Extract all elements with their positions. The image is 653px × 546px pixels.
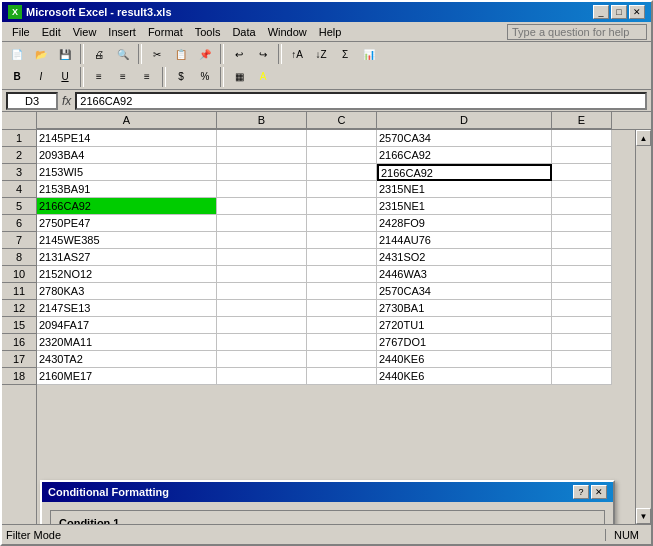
- borders-button[interactable]: ▦: [228, 67, 250, 87]
- save-button[interactable]: 💾: [54, 44, 76, 64]
- currency-button[interactable]: $: [170, 67, 192, 87]
- cell-e3[interactable]: [552, 164, 612, 181]
- fill-color-button[interactable]: A: [252, 67, 274, 87]
- minimize-button[interactable]: _: [593, 5, 609, 19]
- cell-d18[interactable]: 2440KE6: [377, 368, 552, 385]
- cell-e16[interactable]: [552, 334, 612, 351]
- row-num-15[interactable]: 15: [2, 317, 36, 334]
- cell-reference-input[interactable]: [6, 92, 58, 110]
- cell-e11[interactable]: [552, 283, 612, 300]
- cell-b8[interactable]: [217, 249, 307, 266]
- row-num-1[interactable]: 1: [2, 130, 36, 147]
- cell-e18[interactable]: [552, 368, 612, 385]
- row-num-16[interactable]: 16: [2, 334, 36, 351]
- menu-file[interactable]: File: [6, 24, 36, 40]
- redo-button[interactable]: ↪: [252, 44, 274, 64]
- chart-button[interactable]: 📊: [358, 44, 380, 64]
- cell-a2[interactable]: 2093BA4: [37, 147, 217, 164]
- cell-d1[interactable]: 2570CA34: [377, 130, 552, 147]
- align-center-button[interactable]: ≡: [112, 67, 134, 87]
- dialog-help-title-button[interactable]: ?: [573, 485, 589, 499]
- cell-a18[interactable]: 2160ME17: [37, 368, 217, 385]
- cell-d15[interactable]: 2720TU1: [377, 317, 552, 334]
- formula-input[interactable]: [75, 92, 647, 110]
- bold-button[interactable]: B: [6, 67, 28, 87]
- dialog-close-button[interactable]: ✕: [591, 485, 607, 499]
- cell-b12[interactable]: [217, 300, 307, 317]
- cell-a12[interactable]: 2147SE13: [37, 300, 217, 317]
- undo-button[interactable]: ↩: [228, 44, 250, 64]
- menu-format[interactable]: Format: [142, 24, 189, 40]
- row-num-3[interactable]: 3: [2, 164, 36, 181]
- cell-d12[interactable]: 2730BA1: [377, 300, 552, 317]
- cut-button[interactable]: ✂: [146, 44, 168, 64]
- cell-b5[interactable]: [217, 198, 307, 215]
- cell-c10[interactable]: [307, 266, 377, 283]
- cell-c1[interactable]: [307, 130, 377, 147]
- cell-b6[interactable]: [217, 215, 307, 232]
- row-num-6[interactable]: 6: [2, 215, 36, 232]
- cell-e5[interactable]: [552, 198, 612, 215]
- cell-e6[interactable]: [552, 215, 612, 232]
- cell-b18[interactable]: [217, 368, 307, 385]
- cell-d8[interactable]: 2431SO2: [377, 249, 552, 266]
- close-button[interactable]: ✕: [629, 5, 645, 19]
- cell-d10[interactable]: 2446WA3: [377, 266, 552, 283]
- cell-e7[interactable]: [552, 232, 612, 249]
- cell-b11[interactable]: [217, 283, 307, 300]
- print-button[interactable]: 🖨: [88, 44, 110, 64]
- cell-a6[interactable]: 2750PE47: [37, 215, 217, 232]
- row-num-5[interactable]: 5: [2, 198, 36, 215]
- cell-d7[interactable]: 2144AU76: [377, 232, 552, 249]
- cell-e2[interactable]: [552, 147, 612, 164]
- cell-b7[interactable]: [217, 232, 307, 249]
- row-num-12[interactable]: 12: [2, 300, 36, 317]
- cell-a5[interactable]: 2166CA92: [37, 198, 217, 215]
- scroll-down-button[interactable]: ▼: [636, 508, 651, 524]
- cell-c8[interactable]: [307, 249, 377, 266]
- menu-window[interactable]: Window: [262, 24, 313, 40]
- sort-asc-button[interactable]: ↑A: [286, 44, 308, 64]
- maximize-button[interactable]: □: [611, 5, 627, 19]
- help-search-input[interactable]: [507, 24, 647, 40]
- cell-c6[interactable]: [307, 215, 377, 232]
- col-header-b[interactable]: B: [217, 112, 307, 129]
- cell-d16[interactable]: 2767DO1: [377, 334, 552, 351]
- row-num-7[interactable]: 7: [2, 232, 36, 249]
- menu-edit[interactable]: Edit: [36, 24, 67, 40]
- menu-help[interactable]: Help: [313, 24, 348, 40]
- menu-data[interactable]: Data: [226, 24, 261, 40]
- col-header-d[interactable]: D: [377, 112, 552, 129]
- row-num-2[interactable]: 2: [2, 147, 36, 164]
- cell-a8[interactable]: 2131AS27: [37, 249, 217, 266]
- cell-c12[interactable]: [307, 300, 377, 317]
- cell-a1[interactable]: 2145PE14: [37, 130, 217, 147]
- new-button[interactable]: 📄: [6, 44, 28, 64]
- align-right-button[interactable]: ≡: [136, 67, 158, 87]
- cell-c17[interactable]: [307, 351, 377, 368]
- cell-e15[interactable]: [552, 317, 612, 334]
- row-num-4[interactable]: 4: [2, 181, 36, 198]
- cell-c4[interactable]: [307, 181, 377, 198]
- cell-a15[interactable]: 2094FA17: [37, 317, 217, 334]
- cell-a3[interactable]: 2153WI5: [37, 164, 217, 181]
- cell-a10[interactable]: 2152NO12: [37, 266, 217, 283]
- sort-desc-button[interactable]: ↓Z: [310, 44, 332, 64]
- row-num-18[interactable]: 18: [2, 368, 36, 385]
- col-header-a[interactable]: A: [37, 112, 217, 129]
- cell-b3[interactable]: [217, 164, 307, 181]
- cell-d11[interactable]: 2570CA34: [377, 283, 552, 300]
- cell-d3[interactable]: 2166CA92: [377, 164, 552, 181]
- cell-a4[interactable]: 2153BA91: [37, 181, 217, 198]
- copy-button[interactable]: 📋: [170, 44, 192, 64]
- percent-button[interactable]: %: [194, 67, 216, 87]
- cell-d5[interactable]: 2315NE1: [377, 198, 552, 215]
- cell-c2[interactable]: [307, 147, 377, 164]
- open-button[interactable]: 📂: [30, 44, 52, 64]
- cell-b4[interactable]: [217, 181, 307, 198]
- scroll-up-button[interactable]: ▲: [636, 130, 651, 146]
- cell-e17[interactable]: [552, 351, 612, 368]
- row-num-10[interactable]: 10: [2, 266, 36, 283]
- paste-button[interactable]: 📌: [194, 44, 216, 64]
- col-header-e[interactable]: E: [552, 112, 612, 129]
